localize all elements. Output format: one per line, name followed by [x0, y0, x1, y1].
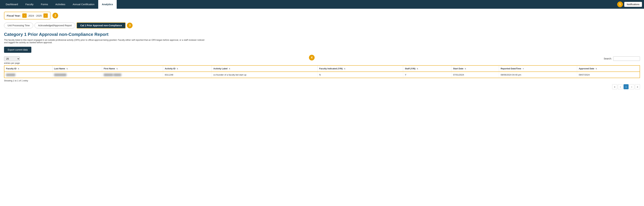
- cell-faculty-indicated: N: [318, 72, 403, 78]
- sort-icon-approved-date: ⇅: [596, 68, 597, 70]
- table-container: Faculty ID ⇅ Last Name ⇅ First Name ⇅ Ac…: [4, 65, 640, 78]
- main-content: Fiscal Year: ‹ 2024 - 2025 › 2 Unit Proc…: [0, 9, 644, 92]
- data-table: Faculty ID ⇅ Last Name ⇅ First Name ⇅ Ac…: [4, 65, 640, 78]
- sort-icon-start-date: ⇅: [465, 68, 466, 70]
- nav-faculty[interactable]: Faculty: [22, 0, 37, 9]
- col-activity-id[interactable]: Activity ID ⇅: [163, 65, 212, 72]
- col-last-name[interactable]: Last Name ⇅: [52, 65, 102, 72]
- nav-dashboard[interactable]: Dashboard: [2, 0, 22, 9]
- col-approved-date[interactable]: Approved Date ⇅: [577, 65, 640, 72]
- fiscal-year-value: 2024 - 2025: [28, 14, 42, 17]
- step-badge-1: 1: [617, 1, 623, 7]
- report-title: Category 1 Prior Approval non-Compliance…: [4, 32, 640, 37]
- fiscal-year-box: Fiscal Year: ‹ 2024 - 2025 ›: [4, 12, 50, 19]
- cell-approved-date: 09/07/2024: [577, 72, 640, 78]
- sort-icon-reported-datetime: ▼: [522, 68, 524, 70]
- tab-cat1-prior-approval[interactable]: Cat 1 Prior Approval non-Compliance: [76, 22, 126, 28]
- step-badge-4: 4: [309, 55, 314, 60]
- notifications-button[interactable]: Notifications: [624, 2, 642, 7]
- pagination-next[interactable]: ›: [629, 84, 634, 89]
- entries-select-wrap: 10 25 50 100 entries per page: [4, 56, 20, 64]
- table-body: ██████ ████████ ██████ █████ 8311248 co-…: [4, 72, 640, 78]
- search-wrap: Search:: [604, 56, 640, 61]
- col-start-date[interactable]: Start Date ⇅: [452, 65, 499, 72]
- sort-icon-faculty-indicated: ⇅: [344, 68, 345, 70]
- sort-icon-activity-id: ⇅: [177, 68, 178, 70]
- col-staff[interactable]: Staff (Y/N) ⇅: [403, 65, 452, 72]
- pagination-first[interactable]: «: [612, 84, 617, 89]
- col-faculty-indicated[interactable]: Faculty Indicated (Y/N) ⇅: [318, 65, 403, 72]
- showing-text: Showing 1 to 1 of 1 entry: [4, 79, 640, 82]
- col-faculty-id[interactable]: Faculty ID ⇅: [4, 65, 52, 72]
- step-badge-2: 2: [52, 13, 58, 18]
- cell-first-name: ██████ █████: [102, 72, 163, 78]
- table-controls: 10 25 50 100 entries per page 4 Search:: [4, 56, 640, 64]
- navbar: Dashboard Faculty Forms Activities Annua…: [0, 0, 644, 9]
- cell-start-date: 07/01/2024: [452, 72, 499, 78]
- nav-forms[interactable]: Forms: [37, 0, 52, 9]
- cell-faculty-id: ██████: [4, 72, 52, 78]
- cell-reported-datetime: 08/06/2024 04:40 pm: [499, 72, 577, 78]
- pagination-page-1[interactable]: 1: [624, 84, 628, 89]
- search-input[interactable]: [613, 56, 640, 61]
- entries-per-page-select[interactable]: 10 25 50 100: [4, 56, 20, 61]
- sort-icon-activity-label: ⇅: [229, 68, 230, 70]
- sort-icon-staff: ⇅: [417, 68, 418, 70]
- cell-last-name: ████████: [52, 72, 102, 78]
- nav-activities[interactable]: Activities: [52, 0, 69, 9]
- cell-activity-label: co-founder of a faculty-led start up: [212, 72, 317, 78]
- pagination-row: « ‹ 1 › »: [4, 84, 640, 89]
- fiscal-year-label: Fiscal Year:: [7, 14, 20, 17]
- nav-analytics[interactable]: Analytics: [98, 0, 117, 9]
- col-reported-datetime[interactable]: Reported Date/Time ▼: [499, 65, 577, 72]
- fiscal-prev-button[interactable]: ‹: [22, 13, 27, 18]
- tabs-row: Unit Processing Time Acknowledged/Approv…: [4, 22, 640, 28]
- sort-icon-faculty-id: ⇅: [18, 68, 19, 70]
- pagination-prev[interactable]: ‹: [618, 84, 623, 89]
- entries-per-page-label: entries per page: [4, 62, 20, 64]
- fiscal-next-button[interactable]: ›: [44, 13, 48, 18]
- search-label: Search:: [604, 57, 612, 60]
- col-activity-label[interactable]: Activity Label ⇅: [212, 65, 317, 72]
- sort-icon-last-name: ⇅: [66, 68, 68, 70]
- cell-staff: Y: [403, 72, 452, 78]
- pagination-last[interactable]: »: [635, 84, 640, 89]
- col-first-name[interactable]: First Name ⇅: [102, 65, 163, 72]
- fiscal-year-row: Fiscal Year: ‹ 2024 - 2025 › 2: [4, 12, 640, 19]
- table-row: ██████ ████████ ██████ █████ 8311248 co-…: [4, 72, 640, 78]
- table-header: Faculty ID ⇅ Last Name ⇅ First Name ⇅ Ac…: [4, 65, 640, 72]
- sort-icon-first-name: ⇅: [116, 68, 118, 70]
- tab-acknowledged-approved[interactable]: Acknowledged/Approved Report: [34, 23, 75, 28]
- step-badge-3: 3: [127, 23, 132, 28]
- tab-unit-processing-time[interactable]: Unit Processing Time: [4, 23, 33, 28]
- export-button[interactable]: Export current data: [4, 47, 31, 53]
- nav-annual-certification[interactable]: Annual Certification: [69, 0, 98, 9]
- report-description: The faculty listed in this report engage…: [4, 39, 205, 44]
- cell-activity-id: 8311248: [163, 72, 212, 78]
